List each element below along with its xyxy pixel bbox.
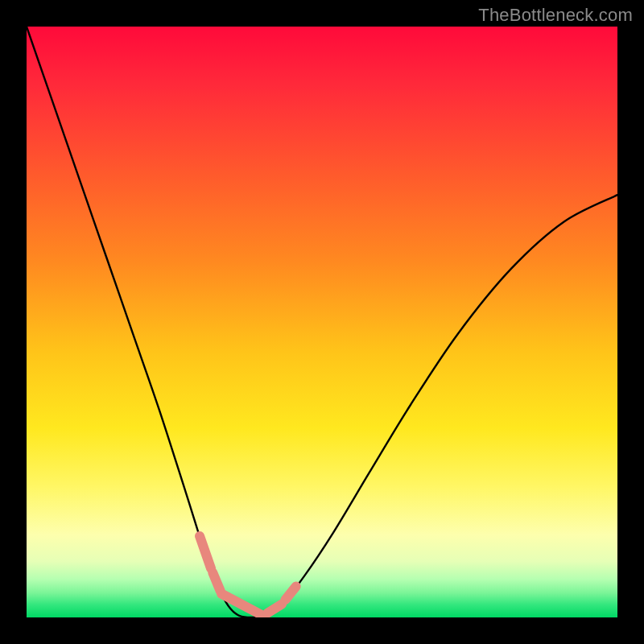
gradient-background — [27, 27, 617, 617]
plot-area — [27, 27, 617, 617]
chart-frame: TheBottleneck.com — [0, 0, 644, 644]
watermark-text: TheBottleneck.com — [478, 5, 633, 26]
plot-svg — [27, 27, 617, 617]
